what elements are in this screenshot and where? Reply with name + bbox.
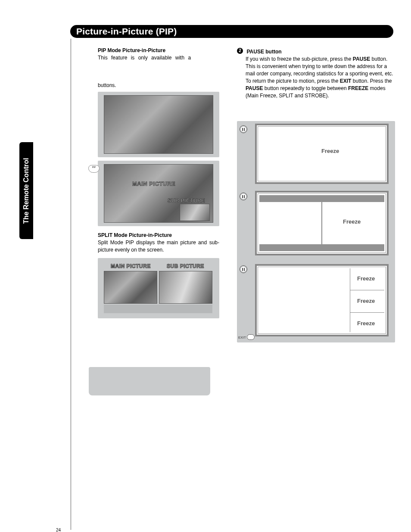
right-column: 2 PAUSE button If you wish to freeze the… (237, 47, 396, 100)
strobe-row-divider-2 (350, 312, 384, 313)
split-sub-label: SUB PICTURE (167, 263, 204, 269)
tv-photo-main (104, 95, 213, 154)
sub-picture-label: SUB PICTURE (168, 198, 205, 204)
page-title: Picture-in-Picture (PIP) (76, 26, 177, 37)
tv-frame-main-freeze: Freeze (255, 124, 389, 184)
pip-button-icon: PIP (88, 165, 100, 173)
split-main-label: MAIN PICTURE (111, 263, 151, 269)
pip-mode-body: This feature is only available with a (98, 54, 219, 62)
tv-photo-pip-inset (180, 204, 210, 221)
split-bar-top (259, 195, 384, 202)
split-letterbox-bar (104, 305, 212, 313)
main-picture-label: MAIN PICTURE (132, 180, 175, 187)
figure-split: MAIN PICTURE SUB PICTURE (98, 258, 219, 318)
split-divider (321, 202, 322, 244)
split-photo-sub (159, 271, 212, 304)
exit-button-icon (247, 334, 255, 340)
tv-frame-split-freeze: Freeze (255, 191, 389, 255)
tv-frame-strobe-freeze: Freeze Freeze Freeze (255, 264, 389, 336)
split-bar-bottom (259, 244, 384, 251)
buttons-word: buttons. (98, 82, 219, 88)
pause-heading: PAUSE button (246, 49, 281, 55)
freeze-label-3b: Freeze (357, 298, 375, 304)
pause-icon (240, 265, 247, 273)
exit-label: EXIT (238, 336, 246, 339)
note-box (89, 367, 210, 395)
pip-mode-heading: PIP Mode Picture-in-Picture (98, 47, 219, 53)
side-tab: The Remote Control (19, 142, 33, 239)
pause-heading-row: 2 PAUSE button (237, 47, 396, 55)
figure-pip-inset: PIP MAIN PICTURE SUB PICTURE (98, 161, 219, 226)
freeze-label-2: Freeze (343, 218, 361, 225)
pause-icon (240, 193, 247, 200)
split-photo-main (104, 271, 157, 304)
split-mode-body: Split Mode PIP displays the main picture… (98, 239, 219, 254)
page-number: 24 (56, 528, 61, 532)
split-mode-heading: SPLIT Mode Picture-in-Picture (98, 232, 219, 238)
figure-pip-single (98, 92, 219, 157)
pause-body: If you wish to freeze the sub-picture, p… (246, 56, 396, 100)
freeze-label-3c: Freeze (357, 320, 375, 327)
pause-icon (240, 125, 247, 133)
step-number-badge: 2 (237, 48, 243, 54)
margin-rule (71, 39, 71, 530)
strobe-row-divider-1 (350, 290, 384, 290)
freeze-label-3a: Freeze (357, 275, 375, 282)
left-column: PIP Mode Picture-in-Picture This feature… (98, 47, 219, 318)
side-tab-label: The Remote Control (22, 158, 30, 224)
strobe-right-column: Freeze Freeze Freeze (350, 268, 384, 332)
freeze-label-1: Freeze (321, 148, 339, 154)
freeze-modes-figure: Freeze Freeze Freeze Freeze Freeze EXIT (237, 121, 395, 342)
page-title-bar: Picture-in-Picture (PIP) (70, 25, 393, 38)
